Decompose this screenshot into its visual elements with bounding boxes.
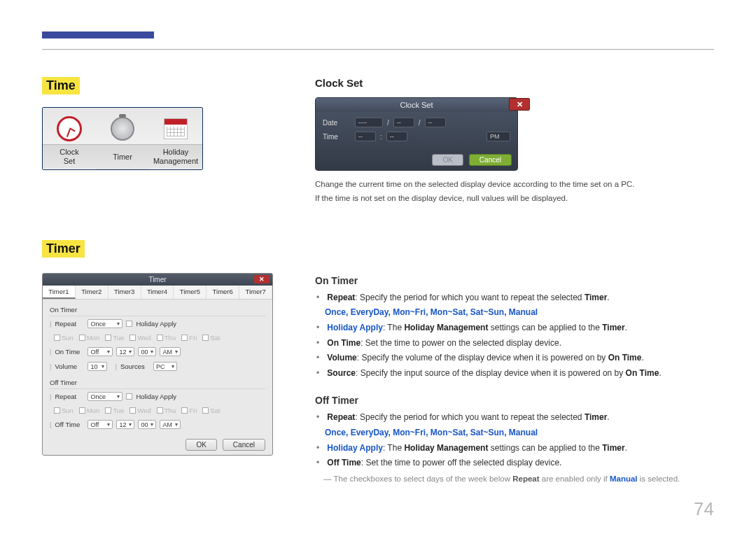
tab-timer6[interactable]: Timer6 (206, 286, 239, 299)
heading-on-timer: On Timer (315, 275, 714, 286)
sources-select[interactable]: PC (153, 362, 177, 371)
text: . (641, 353, 643, 363)
holiday-apply-checkbox[interactable] (126, 321, 132, 327)
day-checkbox[interactable] (181, 335, 188, 341)
term: Repeat (512, 475, 539, 483)
time-item-holiday[interactable]: Holiday Management (149, 111, 202, 169)
text: : The (383, 323, 404, 332)
days-row: Sun Mon Tue Wed Thu Fri Sat (50, 404, 265, 417)
time-item-clock-set[interactable]: Clock Set (43, 111, 96, 169)
tab-timer4[interactable]: Timer4 (141, 286, 174, 299)
text: . (607, 412, 609, 422)
ok-button[interactable]: OK (186, 439, 216, 451)
day-checkbox[interactable] (202, 407, 209, 414)
term: Holiday Management (404, 323, 488, 332)
date-year-stepper[interactable]: ---- (355, 118, 383, 127)
term: Manual (610, 475, 638, 483)
separator: / (387, 119, 389, 127)
date-day-stepper[interactable]: -- (425, 118, 446, 127)
cancel-button[interactable]: Cancel (223, 439, 265, 451)
repeat-label: Repeat (55, 320, 84, 328)
timer-tabs: Timer1 Timer2 Timer3 Timer4 Timer5 Timer… (43, 286, 272, 300)
day-checkbox[interactable] (79, 335, 85, 341)
off-time-ampm-select[interactable]: AM (160, 420, 181, 429)
date-month-stepper[interactable]: -- (393, 118, 414, 127)
text: is selected. (638, 475, 680, 483)
text: ― The checkboxes to select days of the w… (323, 475, 512, 483)
day-checkbox[interactable] (181, 407, 188, 414)
day-checkbox[interactable] (130, 407, 136, 414)
day-label: Fri (189, 407, 197, 414)
clock-icon (57, 116, 82, 141)
on-time-label: On Time (55, 348, 84, 356)
note-source: Source: Specify the input source of the … (325, 366, 714, 381)
time-item-label: Holiday Management (149, 144, 202, 169)
text: . (607, 293, 609, 302)
on-time-hh-select[interactable]: 12 (116, 347, 134, 356)
days-row: Sun Mon Tue Wed Thu Fri Sat (50, 331, 265, 344)
text: : The (383, 443, 404, 453)
section-heading-timer: Timer (42, 240, 85, 258)
text: . (625, 443, 627, 453)
tab-timer7[interactable]: Timer7 (239, 286, 272, 299)
tab-timer2[interactable]: Timer2 (76, 286, 108, 299)
day-checkbox[interactable] (157, 335, 163, 341)
time-hh-stepper[interactable]: -- (355, 132, 376, 141)
section-heading-time: Time (42, 77, 80, 94)
time-item-timer[interactable]: Timer (96, 111, 149, 169)
calendar-icon (164, 118, 188, 139)
time-mm-stepper[interactable]: -- (386, 132, 407, 141)
close-icon[interactable]: ✕ (254, 275, 270, 283)
dialog-title: Clock Set ✕ (316, 98, 517, 112)
tab-timer5[interactable]: Timer5 (174, 286, 206, 299)
day-checkbox[interactable] (105, 335, 111, 341)
on-time-mm-select[interactable]: 00 (138, 347, 156, 356)
time-ampm-stepper[interactable]: PM (486, 132, 510, 141)
repeat-select[interactable]: Once (88, 319, 122, 328)
off-time-hh-select[interactable]: 12 (116, 420, 134, 429)
tab-timer1[interactable]: Timer1 (43, 286, 76, 299)
term: Timer (584, 293, 607, 302)
day-label: Fri (189, 334, 197, 342)
term: Off Time (327, 458, 360, 468)
day-checkbox[interactable] (105, 407, 111, 414)
footnote-manual: ― The checkboxes to select days of the w… (315, 472, 714, 485)
on-time-ampm-select[interactable]: AM (160, 347, 181, 356)
cancel-button[interactable]: Cancel (469, 154, 512, 166)
time-item-label: Timer (96, 144, 149, 169)
day-checkbox[interactable] (79, 407, 85, 414)
timer-dialog: Timer ✕ Timer1 Timer2 Timer3 Timer4 Time… (42, 273, 273, 456)
off-time-onoff-select[interactable]: Off (88, 420, 113, 429)
term: On Time (327, 338, 360, 348)
day-checkbox[interactable] (54, 407, 60, 414)
heading-off-timer: Off Timer (315, 395, 714, 406)
day-checkbox[interactable] (130, 335, 136, 341)
on-time-onoff-select[interactable]: Off (88, 347, 113, 356)
text: : Specify the period for which you want … (355, 293, 584, 302)
note-holiday-apply: Holiday Apply: The Holiday Management se… (325, 441, 714, 456)
day-label: Sun (62, 407, 74, 414)
ok-button[interactable]: OK (432, 154, 463, 166)
term: Volume (327, 353, 356, 363)
repeat-select[interactable]: Once (88, 392, 122, 401)
text: settings can be applied to the (488, 443, 602, 453)
term: Holiday Apply (327, 443, 383, 453)
note-volume: Volume: Specify the volume of the displa… (325, 351, 714, 366)
repeat-label: Repeat (55, 393, 84, 400)
volume-label: Volume (55, 363, 84, 370)
text: : Specify the input source of the displa… (356, 368, 626, 378)
volume-select[interactable]: 10 (88, 362, 107, 371)
day-label: Sun (62, 334, 74, 342)
text: are enabled only if (540, 475, 610, 483)
off-time-mm-select[interactable]: 00 (138, 420, 156, 429)
tab-timer3[interactable]: Timer3 (108, 286, 141, 299)
holiday-apply-label: Holiday Apply (136, 393, 176, 400)
day-checkbox[interactable] (202, 335, 209, 341)
group-on-timer: On Timer (50, 304, 265, 316)
day-checkbox[interactable] (157, 407, 163, 414)
close-icon[interactable]: ✕ (509, 98, 530, 111)
term: Timer (602, 443, 624, 453)
term: On Time (626, 368, 659, 378)
holiday-apply-checkbox[interactable] (126, 393, 132, 400)
day-checkbox[interactable] (54, 335, 60, 341)
